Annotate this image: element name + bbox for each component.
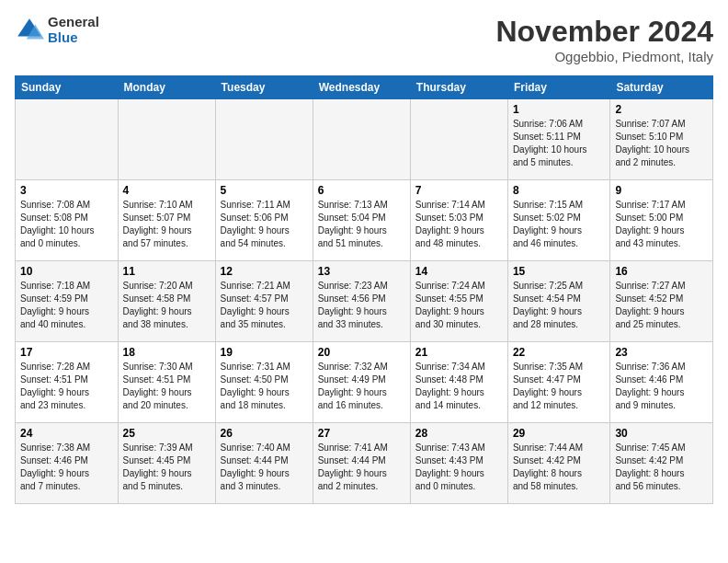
weekday-header-row: SundayMondayTuesdayWednesdayThursdayFrid… [16,76,713,99]
day-info: Sunrise: 7:21 AM Sunset: 4:57 PM Dayligh… [221,280,308,331]
calendar-cell: 24Sunrise: 7:38 AM Sunset: 4:46 PM Dayli… [16,423,119,504]
day-info: Sunrise: 7:23 AM Sunset: 4:56 PM Dayligh… [318,280,405,331]
calendar-cell: 27Sunrise: 7:41 AM Sunset: 4:44 PM Dayli… [313,423,410,504]
day-number: 13 [318,265,405,278]
calendar-cell: 26Sunrise: 7:40 AM Sunset: 4:44 PM Dayli… [215,423,313,504]
day-info: Sunrise: 7:06 AM Sunset: 5:11 PM Dayligh… [513,118,606,169]
day-number: 7 [415,184,503,197]
calendar-cell: 20Sunrise: 7:32 AM Sunset: 4:49 PM Dayli… [313,342,410,423]
title-area: November 2024 Oggebbio, Piedmont, Italy [495,15,713,64]
logo-text: General Blue [48,15,99,45]
weekday-header: Saturday [610,76,713,99]
day-number: 22 [513,346,606,359]
calendar-cell: 10Sunrise: 7:18 AM Sunset: 4:59 PM Dayli… [16,261,119,342]
calendar-cell: 2Sunrise: 7:07 AM Sunset: 5:10 PM Daylig… [610,99,713,180]
calendar-cell: 28Sunrise: 7:43 AM Sunset: 4:43 PM Dayli… [410,423,507,504]
calendar-cell: 6Sunrise: 7:13 AM Sunset: 5:04 PM Daylig… [313,180,410,261]
day-info: Sunrise: 7:39 AM Sunset: 4:45 PM Dayligh… [123,442,210,493]
calendar-week-row: 10Sunrise: 7:18 AM Sunset: 4:59 PM Dayli… [16,261,713,342]
day-info: Sunrise: 7:34 AM Sunset: 4:48 PM Dayligh… [415,361,503,412]
calendar-cell: 14Sunrise: 7:24 AM Sunset: 4:55 PM Dayli… [410,261,507,342]
day-info: Sunrise: 7:36 AM Sunset: 4:46 PM Dayligh… [615,361,708,412]
day-number: 26 [221,427,308,440]
day-info: Sunrise: 7:40 AM Sunset: 4:44 PM Dayligh… [221,442,308,493]
calendar-cell: 1Sunrise: 7:06 AM Sunset: 5:11 PM Daylig… [507,99,610,180]
calendar-cell: 11Sunrise: 7:20 AM Sunset: 4:58 PM Dayli… [118,261,215,342]
day-info: Sunrise: 7:28 AM Sunset: 4:51 PM Dayligh… [20,361,113,412]
calendar-cell: 30Sunrise: 7:45 AM Sunset: 4:42 PM Dayli… [610,423,713,504]
day-info: Sunrise: 7:15 AM Sunset: 5:02 PM Dayligh… [513,199,606,250]
day-info: Sunrise: 7:32 AM Sunset: 4:49 PM Dayligh… [318,361,405,412]
day-info: Sunrise: 7:14 AM Sunset: 5:03 PM Dayligh… [415,199,503,250]
calendar-cell [313,99,410,180]
calendar-cell: 13Sunrise: 7:23 AM Sunset: 4:56 PM Dayli… [313,261,410,342]
day-info: Sunrise: 7:13 AM Sunset: 5:04 PM Dayligh… [318,199,405,250]
day-number: 3 [20,184,113,197]
day-info: Sunrise: 7:43 AM Sunset: 4:43 PM Dayligh… [415,442,503,493]
calendar-cell: 12Sunrise: 7:21 AM Sunset: 4:57 PM Dayli… [215,261,313,342]
calendar-cell: 25Sunrise: 7:39 AM Sunset: 4:45 PM Dayli… [118,423,215,504]
day-number: 16 [615,265,708,278]
day-info: Sunrise: 7:27 AM Sunset: 4:52 PM Dayligh… [615,280,708,331]
day-number: 4 [123,184,210,197]
day-info: Sunrise: 7:24 AM Sunset: 4:55 PM Dayligh… [415,280,503,331]
calendar-cell: 22Sunrise: 7:35 AM Sunset: 4:47 PM Dayli… [507,342,610,423]
weekday-header: Sunday [16,76,119,99]
calendar-cell [16,99,119,180]
day-info: Sunrise: 7:08 AM Sunset: 5:08 PM Dayligh… [20,199,113,250]
day-info: Sunrise: 7:35 AM Sunset: 4:47 PM Dayligh… [513,361,606,412]
day-number: 19 [221,346,308,359]
calendar-cell: 29Sunrise: 7:44 AM Sunset: 4:42 PM Dayli… [507,423,610,504]
calendar-week-row: 3Sunrise: 7:08 AM Sunset: 5:08 PM Daylig… [16,180,713,261]
calendar-cell [118,99,215,180]
day-info: Sunrise: 7:10 AM Sunset: 5:07 PM Dayligh… [123,199,210,250]
day-number: 9 [615,184,708,197]
day-info: Sunrise: 7:18 AM Sunset: 4:59 PM Dayligh… [20,280,113,331]
weekday-header: Monday [118,76,215,99]
logo-icon [15,16,44,45]
calendar-cell: 3Sunrise: 7:08 AM Sunset: 5:08 PM Daylig… [16,180,119,261]
day-number: 14 [415,265,503,278]
weekday-header: Friday [507,76,610,99]
day-number: 17 [20,346,113,359]
day-info: Sunrise: 7:31 AM Sunset: 4:50 PM Dayligh… [221,361,308,412]
day-number: 10 [20,265,113,278]
day-number: 25 [123,427,210,440]
day-info: Sunrise: 7:11 AM Sunset: 5:06 PM Dayligh… [221,199,308,250]
calendar-cell: 19Sunrise: 7:31 AM Sunset: 4:50 PM Dayli… [215,342,313,423]
day-info: Sunrise: 7:17 AM Sunset: 5:00 PM Dayligh… [615,199,708,250]
calendar-week-row: 24Sunrise: 7:38 AM Sunset: 4:46 PM Dayli… [16,423,713,504]
calendar-cell: 15Sunrise: 7:25 AM Sunset: 4:54 PM Dayli… [507,261,610,342]
weekday-header: Thursday [410,76,507,99]
day-number: 2 [615,103,708,116]
day-number: 30 [615,427,708,440]
day-info: Sunrise: 7:20 AM Sunset: 4:58 PM Dayligh… [123,280,210,331]
weekday-header: Wednesday [313,76,410,99]
day-info: Sunrise: 7:38 AM Sunset: 4:46 PM Dayligh… [20,442,113,493]
calendar-cell: 7Sunrise: 7:14 AM Sunset: 5:03 PM Daylig… [410,180,507,261]
day-number: 27 [318,427,405,440]
calendar-cell: 16Sunrise: 7:27 AM Sunset: 4:52 PM Dayli… [610,261,713,342]
day-info: Sunrise: 7:25 AM Sunset: 4:54 PM Dayligh… [513,280,606,331]
calendar-cell: 4Sunrise: 7:10 AM Sunset: 5:07 PM Daylig… [118,180,215,261]
day-info: Sunrise: 7:44 AM Sunset: 4:42 PM Dayligh… [513,442,606,493]
day-number: 24 [20,427,113,440]
day-number: 15 [513,265,606,278]
calendar-cell: 23Sunrise: 7:36 AM Sunset: 4:46 PM Dayli… [610,342,713,423]
logo: General Blue [15,15,99,45]
calendar-table: SundayMondayTuesdayWednesdayThursdayFrid… [15,75,713,504]
calendar-cell: 18Sunrise: 7:30 AM Sunset: 4:51 PM Dayli… [118,342,215,423]
logo-general: General [48,15,99,30]
day-number: 18 [123,346,210,359]
calendar-cell: 5Sunrise: 7:11 AM Sunset: 5:06 PM Daylig… [215,180,313,261]
calendar-cell: 9Sunrise: 7:17 AM Sunset: 5:00 PM Daylig… [610,180,713,261]
day-number: 1 [513,103,606,116]
day-number: 20 [318,346,405,359]
day-info: Sunrise: 7:07 AM Sunset: 5:10 PM Dayligh… [615,118,708,169]
day-info: Sunrise: 7:30 AM Sunset: 4:51 PM Dayligh… [123,361,210,412]
calendar-cell [410,99,507,180]
logo-blue: Blue [48,30,99,46]
weekday-header: Tuesday [215,76,313,99]
page-header: General Blue November 2024 Oggebbio, Pie… [15,15,713,64]
day-number: 8 [513,184,606,197]
